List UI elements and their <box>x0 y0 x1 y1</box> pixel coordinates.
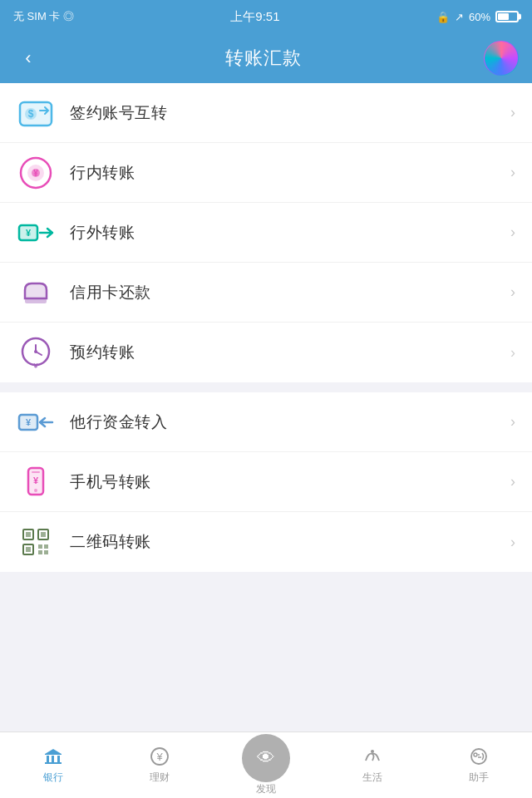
tab-item-finance[interactable]: ¥ 理财 <box>106 746 213 785</box>
tab-item-life[interactable]: 生活 <box>319 746 426 785</box>
svg-text:$: $ <box>28 108 34 120</box>
life-tab-label: 生活 <box>362 771 382 785</box>
intra-bank-transfer-label: 行内转账 <box>70 162 504 184</box>
svg-rect-36 <box>52 756 54 762</box>
svg-text:¥: ¥ <box>26 417 32 427</box>
svg-rect-30 <box>26 547 31 552</box>
finance-icon: ¥ <box>149 746 170 767</box>
qr-transfer-icon <box>17 523 55 561</box>
phone-transfer-icon: ¥ <box>17 463 55 501</box>
battery-icon <box>495 11 519 22</box>
arrow-icon: › <box>510 413 515 431</box>
svg-text:¥: ¥ <box>32 362 38 370</box>
menu-item-intra-bank-transfer[interactable]: ¥ 行内转账 › <box>0 143 532 203</box>
arrow-icon: › <box>510 283 515 301</box>
content-area: $ 签约账号互转 › ¥ 行内转账 › <box>0 83 532 732</box>
arrow-icon: › <box>510 344 515 362</box>
arrow-icon: › <box>510 224 515 241</box>
back-icon: ‹ <box>25 47 31 69</box>
qr-transfer-label: 二维码转账 <box>70 531 504 553</box>
credit-card-repay-label: 信用卡还款 <box>70 282 504 303</box>
menu-item-phone-transfer[interactable]: ¥ 手机号转账 › <box>0 452 532 512</box>
battery-fill <box>498 13 509 20</box>
sim-status: 无 SIM 卡 ◎ <box>13 9 74 24</box>
eye-icon: 👁 <box>257 749 275 767</box>
lock-icon: 🔒 <box>436 11 450 23</box>
inter-bank-transfer-label: 行外转账 <box>70 222 504 244</box>
discovery-button[interactable]: 👁 <box>242 734 290 782</box>
location-icon: ↗ <box>455 11 464 23</box>
credit-card-repay-icon <box>17 273 55 312</box>
inter-bank-transfer-icon: ¥ <box>17 214 55 252</box>
phone-transfer-label: 手机号转账 <box>70 471 504 493</box>
discovery-tab-label: 发现 <box>256 782 276 796</box>
intra-bank-transfer-icon: ¥ <box>17 154 55 192</box>
avatar[interactable] <box>484 41 519 76</box>
scheduled-transfer-label: 预约转账 <box>70 342 504 363</box>
status-right: 🔒 ↗ 60% <box>436 11 519 23</box>
svg-point-42 <box>471 749 486 764</box>
menu-item-signed-account-transfer[interactable]: $ 签约账号互转 › <box>0 83 532 143</box>
page-title: 转账汇款 <box>225 46 302 71</box>
tab-item-discovery[interactable]: 👁 发现 <box>213 734 319 796</box>
avatar-image <box>485 42 518 75</box>
svg-point-23 <box>34 489 37 492</box>
status-bar: 无 SIM 卡 ◎ 上午9:51 🔒 ↗ 60% <box>0 0 532 33</box>
other-bank-in-icon: ¥ <box>17 403 55 441</box>
svg-rect-22 <box>32 471 40 473</box>
other-bank-in-label: 他行资金转入 <box>70 411 504 433</box>
assistant-tab-label: 助手 <box>469 771 489 785</box>
menu-section-1: $ 签约账号互转 › ¥ 行内转账 › <box>0 83 532 382</box>
arrow-icon: › <box>510 164 515 181</box>
back-button[interactable]: ‹ <box>13 43 43 73</box>
menu-item-scheduled-transfer[interactable]: ¥ 预约转账 › <box>0 323 532 382</box>
bank-tab-label: 银行 <box>43 771 63 785</box>
tab-bar: 银行 ¥ 理财 👁 发现 生活 <box>0 732 532 798</box>
svg-rect-32 <box>44 544 48 549</box>
svg-rect-35 <box>47 756 49 762</box>
svg-text:¥: ¥ <box>33 169 38 178</box>
menu-item-qr-transfer[interactable]: 二维码转账 › <box>0 512 532 572</box>
svg-rect-33 <box>38 550 42 554</box>
menu-item-other-bank-in[interactable]: ¥ 他行资金转入 › <box>0 392 532 452</box>
signed-account-transfer-label: 签约账号互转 <box>70 102 504 124</box>
status-left: 无 SIM 卡 ◎ <box>13 9 74 24</box>
scheduled-transfer-icon: ¥ <box>17 333 55 372</box>
bank-icon <box>42 746 64 767</box>
status-time: 上午9:51 <box>230 9 279 25</box>
assistant-icon <box>468 746 490 767</box>
signed-account-transfer-icon: $ <box>17 94 55 132</box>
menu-section-2: ¥ 他行资金转入 › ¥ 手机号转账 › <box>0 392 532 572</box>
header: ‹ 转账汇款 <box>0 33 532 83</box>
arrow-icon: › <box>510 473 515 490</box>
svg-point-15 <box>34 350 37 353</box>
svg-rect-38 <box>45 762 62 764</box>
svg-rect-28 <box>41 532 46 537</box>
battery-percent: 60% <box>469 11 490 23</box>
svg-point-43 <box>474 753 477 756</box>
menu-item-inter-bank-transfer[interactable]: ¥ 行外转账 › <box>0 203 532 263</box>
arrow-icon: › <box>510 534 515 551</box>
svg-text:¥: ¥ <box>26 228 32 238</box>
svg-point-41 <box>371 750 374 753</box>
tab-item-assistant[interactable]: 助手 <box>426 746 532 785</box>
menu-item-credit-card-repay[interactable]: 信用卡还款 › <box>0 263 532 323</box>
life-icon <box>362 746 383 767</box>
svg-rect-37 <box>57 756 60 762</box>
svg-rect-34 <box>44 550 48 554</box>
svg-rect-11 <box>25 298 47 303</box>
finance-tab-label: 理财 <box>150 771 170 785</box>
svg-text:¥: ¥ <box>155 751 163 763</box>
svg-text:¥: ¥ <box>33 475 39 485</box>
svg-rect-31 <box>38 544 42 549</box>
svg-rect-26 <box>26 532 31 537</box>
tab-item-bank[interactable]: 银行 <box>0 746 106 785</box>
arrow-icon: › <box>510 104 515 121</box>
